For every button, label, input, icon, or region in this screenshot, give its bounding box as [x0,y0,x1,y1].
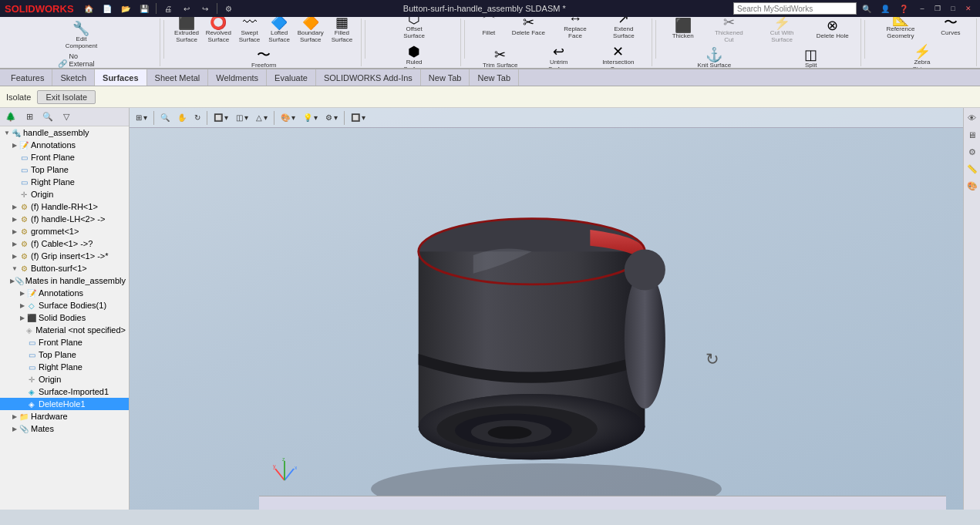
vp-light-btn[interactable]: 💡 ▾ [300,112,321,123]
home-icon[interactable]: 🏠 [82,2,96,15]
right-view-icon[interactable]: 👁 [965,111,979,125]
save-icon[interactable]: 💾 [137,2,151,15]
offset-surface-button[interactable]: ⬡ Offset Surface [393,17,435,42]
no-external-refs-button[interactable]: 🔗 NoExternalReferences [56,52,106,69]
tree-item-surface-bodies[interactable]: ▶ ◇ Surface Bodies(1) [0,299,129,311]
tree-filter-btn[interactable]: ▽ [59,110,74,124]
vp-section-btn[interactable]: ◫ ▾ [233,112,251,123]
replace-face-button[interactable]: ↔ Replace Face [554,17,596,42]
deletehole1-label: DeleteHole1 [39,399,86,409]
sub-tab-sheet-metal[interactable]: Sheet Metal [147,69,209,86]
tree-item-top-plane-root[interactable]: ▭ Top Plane [0,163,129,176]
knit-surface-button[interactable]: ⚓ Knit Surface [695,46,734,69]
tree-item-top-plane[interactable]: ▭ Top Plane [0,348,129,361]
new-icon[interactable]: 📄 [100,2,114,15]
tree-icon-2[interactable]: ⊞ [22,110,37,124]
right-render-icon[interactable]: 🎨 [965,179,979,193]
edit-component-button[interactable]: 🔧 EditComponent [63,20,99,52]
search-input[interactable] [733,2,857,15]
restore-button[interactable]: ❐ [931,3,945,14]
vp-rotate-btn[interactable]: ↻ [191,112,204,123]
print-icon[interactable]: 🖨 [161,2,175,15]
tree-item-mates-in-handle[interactable]: ▶ 📎 Mates in handle_assembly [0,274,129,287]
revolved-surface-button[interactable]: ⭕ RevolvedSurface [204,17,234,45]
tree-item-button-surf[interactable]: ▼ ⚙ Button-surf<1> [0,262,129,274]
tree-item-handle-rh[interactable]: ▶ ⚙ (f) Handle-RH<1> [0,200,129,213]
tree-item-mates[interactable]: ▶ 📎 Mates [0,422,129,435]
undo-icon[interactable]: ↩ [180,2,194,15]
fillet-button[interactable]: ⌒ Fillet [475,17,503,39]
vp-settings-btn[interactable]: ⚙ ▾ [322,112,341,123]
vp-render-btn[interactable]: 🎨 ▾ [278,112,298,123]
close-button[interactable]: ✕ [961,3,975,14]
sub-tab-evaluate[interactable]: Evaluate [267,69,316,86]
thickened-cut-button[interactable]: ✂ Thickened Cut [708,17,749,45]
zebra-stripes-button[interactable]: ⚡ Zebra Stripes [901,43,943,69]
vp-zoom-btn[interactable]: 🔍 [157,112,173,123]
tree-item-grommet[interactable]: ▶ ⚙ grommet<1> [0,225,129,237]
tree-item-right-plane[interactable]: ▭ Right Plane [0,361,129,373]
maximize-button[interactable]: □ [946,3,960,14]
tree-item-material[interactable]: ◈ Material <not specified> [0,324,129,336]
tree-icon-3[interactable]: 🔍 [40,110,56,124]
untrim-surface-button[interactable]: ↩ Untrim Surface [538,43,580,69]
reference-geometry-button[interactable]: 📐 Reference Geometry [880,17,921,42]
sub-tab-surfaces[interactable]: Surfaces [95,69,146,86]
curves-button[interactable]: 〜 Curves [937,17,965,39]
delete-hole-button[interactable]: ⊗ Delete Hole [814,17,851,42]
swept-surface-button[interactable]: 〰 SweptSurface [236,17,264,45]
delete-face-button[interactable]: ✂ Delete Face [510,17,547,39]
tree-item-solid-bodies[interactable]: ▶ ⬛ Solid Bodies [0,311,129,324]
ruled-surface-button[interactable]: ⬢ Ruled Surface [393,43,435,69]
exit-isolate-button[interactable]: Exit Isolate [37,90,96,104]
sub-tab-weldments[interactable]: Weldments [208,69,267,86]
minimize-button[interactable]: – [915,3,929,14]
sub-tab-sketch[interactable]: Sketch [52,69,95,86]
vp-viewport-layout-btn[interactable]: 🔲 ▾ [348,112,369,123]
tree-item-surface-imported1[interactable]: ◈ Surface-Imported1 [0,385,129,398]
tree-item-origin-root[interactable]: ✛ Origin [0,188,129,200]
tree-item-right-plane-root[interactable]: ▭ Right Plane [0,176,129,188]
sub-tab-solidworks-addins[interactable]: SOLIDWORKS Add-Ins [316,69,421,86]
extend-surface-button[interactable]: ↗ Extend Surface [603,17,645,42]
right-display-icon[interactable]: 🖥 [965,128,979,142]
tree-item-front-plane-root[interactable]: ▭ Front Plane [0,151,129,163]
right-config-icon[interactable]: ⚙ [965,145,979,159]
tree-item-grip-insert[interactable]: ▶ ⚙ (f) Grip insert<1> ->* [0,250,129,262]
redo-icon[interactable]: ↪ [198,2,212,15]
freeform-button[interactable]: 〜 Freeform [249,46,278,69]
tree-item-annotations-btn[interactable]: ▶ 📝 Annotations [0,287,129,299]
tree-item-front-plane[interactable]: ▭ Front Plane [0,336,129,348]
cut-with-surface-button[interactable]: ⚡ Cut With Surface [761,17,803,45]
tree-item-hardware[interactable]: ▶ 📁 Hardware [0,410,129,422]
vp-display-btn[interactable]: 🔲 ▾ [210,112,231,123]
split-button[interactable]: ◫ Split [797,46,825,69]
sub-tab-new-tab-1[interactable]: New Tab [421,69,470,86]
help-icon[interactable]: ❓ [897,2,911,15]
tree-item-deletehole1[interactable]: ◈ DeleteHole1 [0,398,129,410]
tree-item-cable[interactable]: ▶ ⚙ (f) Cable<1> ->? [0,237,129,250]
right-dimension-icon[interactable]: 📏 [965,162,979,176]
tree-item-handle-lh[interactable]: ▶ ⚙ (f) handle-LH<2> -> [0,213,129,225]
filled-surface-button[interactable]: ▦ FilledSurface [328,17,355,45]
options-icon[interactable]: ⚙ [222,2,236,15]
viewport[interactable]: ⊞ ▾ 🔍 ✋ ↻ 🔲 ▾ ◫ ▾ △ [130,108,963,510]
trim-surface-button[interactable]: ✂ Trim Surface [480,46,520,69]
extruded-surface-button[interactable]: ⬛ ExtrudedSurface [172,17,201,45]
thicken-button[interactable]: ⬛ Thicken [669,17,697,42]
vp-view-selector[interactable]: ⊞ ▾ [133,112,150,123]
boundary-surface-button[interactable]: 🔶 BoundarySurface [295,17,326,45]
sub-tab-features[interactable]: Features [3,69,52,86]
search-icon[interactable]: 🔍 [860,2,874,15]
open-icon[interactable]: 📂 [119,2,133,15]
vp-pan-btn[interactable]: ✋ [174,112,190,123]
tree-icon-1[interactable]: 🌲 [3,110,19,124]
lofted-surface-button[interactable]: 🔷 LoftedSurface [265,17,293,45]
tree-root[interactable]: ▼ 🔩 handle_assembly [0,126,129,139]
intersection-curve-button[interactable]: ✕ Intersection Curve [598,43,639,69]
vp-view-orientation-btn[interactable]: △ ▾ [253,112,271,123]
tree-item-annotations-root[interactable]: ▶ 📝 Annotations [0,139,129,151]
account-icon[interactable]: 👤 [878,2,892,15]
sub-tab-new-tab-2[interactable]: New Tab [470,69,519,86]
tree-item-origin[interactable]: ✛ Origin [0,373,129,385]
